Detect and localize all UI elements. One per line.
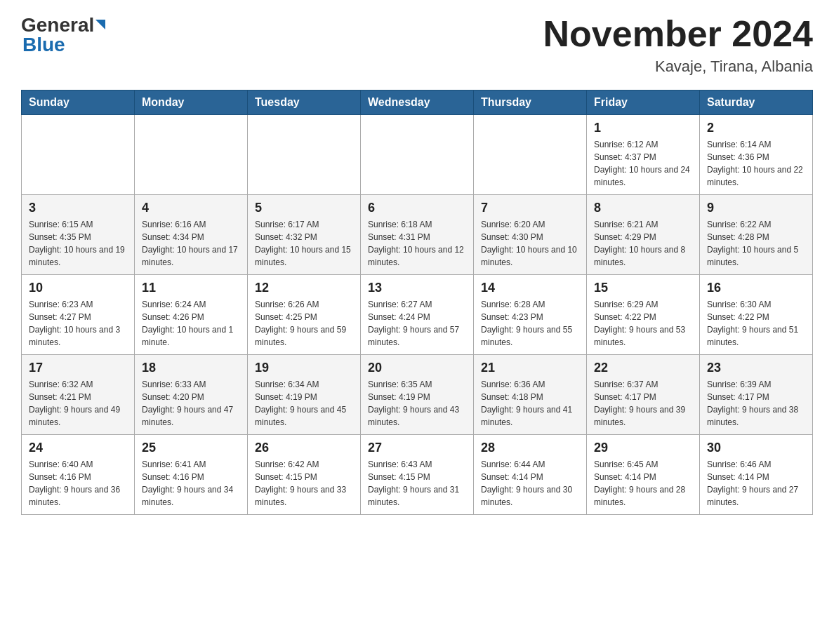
weekday-header-thursday: Thursday <box>474 90 587 115</box>
day-number: 8 <box>594 201 692 215</box>
day-info: Sunrise: 6:18 AM Sunset: 4:31 PM Dayligh… <box>368 218 466 269</box>
day-info: Sunrise: 6:34 AM Sunset: 4:19 PM Dayligh… <box>255 378 353 429</box>
calendar-cell: 15Sunrise: 6:29 AM Sunset: 4:22 PM Dayli… <box>587 275 700 355</box>
calendar-cell: 20Sunrise: 6:35 AM Sunset: 4:19 PM Dayli… <box>361 355 474 435</box>
day-number: 13 <box>368 281 466 295</box>
weekday-header-saturday: Saturday <box>700 90 813 115</box>
weekday-header-row: SundayMondayTuesdayWednesdayThursdayFrid… <box>22 90 813 115</box>
day-info: Sunrise: 6:37 AM Sunset: 4:17 PM Dayligh… <box>594 378 692 429</box>
day-info: Sunrise: 6:27 AM Sunset: 4:24 PM Dayligh… <box>368 298 466 349</box>
day-info: Sunrise: 6:12 AM Sunset: 4:37 PM Dayligh… <box>594 138 692 189</box>
page-header: General Blue November 2024 Kavaje, Tiran… <box>21 14 813 76</box>
weekday-header-wednesday: Wednesday <box>361 90 474 115</box>
weekday-header-tuesday: Tuesday <box>248 90 361 115</box>
day-info: Sunrise: 6:17 AM Sunset: 4:32 PM Dayligh… <box>255 218 353 269</box>
day-number: 29 <box>594 441 692 455</box>
calendar-row-0: 1Sunrise: 6:12 AM Sunset: 4:37 PM Daylig… <box>22 115 813 195</box>
day-info: Sunrise: 6:20 AM Sunset: 4:30 PM Dayligh… <box>481 218 579 269</box>
calendar-cell: 6Sunrise: 6:18 AM Sunset: 4:31 PM Daylig… <box>361 195 474 275</box>
day-info: Sunrise: 6:21 AM Sunset: 4:29 PM Dayligh… <box>594 218 692 269</box>
day-number: 30 <box>707 441 805 455</box>
calendar-row-2: 10Sunrise: 6:23 AM Sunset: 4:27 PM Dayli… <box>22 275 813 355</box>
logo-blue-text: Blue <box>22 34 65 56</box>
logo-arrow-icon <box>95 20 105 29</box>
day-number: 23 <box>707 361 805 375</box>
day-number: 19 <box>255 361 353 375</box>
day-info: Sunrise: 6:23 AM Sunset: 4:27 PM Dayligh… <box>29 298 127 349</box>
calendar-cell: 2Sunrise: 6:14 AM Sunset: 4:36 PM Daylig… <box>700 115 813 195</box>
day-info: Sunrise: 6:28 AM Sunset: 4:23 PM Dayligh… <box>481 298 579 349</box>
day-info: Sunrise: 6:39 AM Sunset: 4:17 PM Dayligh… <box>707 378 805 429</box>
day-number: 9 <box>707 201 805 215</box>
calendar-cell: 5Sunrise: 6:17 AM Sunset: 4:32 PM Daylig… <box>248 195 361 275</box>
calendar-cell: 18Sunrise: 6:33 AM Sunset: 4:20 PM Dayli… <box>135 355 248 435</box>
calendar-cell <box>361 115 474 195</box>
calendar-cell: 8Sunrise: 6:21 AM Sunset: 4:29 PM Daylig… <box>587 195 700 275</box>
calendar-cell: 23Sunrise: 6:39 AM Sunset: 4:17 PM Dayli… <box>700 355 813 435</box>
calendar-table: SundayMondayTuesdayWednesdayThursdayFrid… <box>21 90 813 515</box>
calendar-cell: 30Sunrise: 6:46 AM Sunset: 4:14 PM Dayli… <box>700 435 813 515</box>
day-number: 28 <box>481 441 579 455</box>
title-section: November 2024 Kavaje, Tirana, Albania <box>543 14 813 76</box>
day-number: 17 <box>29 361 127 375</box>
day-number: 27 <box>368 441 466 455</box>
day-info: Sunrise: 6:15 AM Sunset: 4:35 PM Dayligh… <box>29 218 127 269</box>
day-number: 15 <box>594 281 692 295</box>
day-info: Sunrise: 6:40 AM Sunset: 4:16 PM Dayligh… <box>29 458 127 509</box>
day-info: Sunrise: 6:41 AM Sunset: 4:16 PM Dayligh… <box>142 458 240 509</box>
day-number: 3 <box>29 201 127 215</box>
calendar-cell: 24Sunrise: 6:40 AM Sunset: 4:16 PM Dayli… <box>22 435 135 515</box>
day-number: 26 <box>255 441 353 455</box>
calendar-cell: 28Sunrise: 6:44 AM Sunset: 4:14 PM Dayli… <box>474 435 587 515</box>
month-title: November 2024 <box>543 14 813 54</box>
calendar-cell: 4Sunrise: 6:16 AM Sunset: 4:34 PM Daylig… <box>135 195 248 275</box>
calendar-cell: 27Sunrise: 6:43 AM Sunset: 4:15 PM Dayli… <box>361 435 474 515</box>
calendar-cell: 26Sunrise: 6:42 AM Sunset: 4:15 PM Dayli… <box>248 435 361 515</box>
day-info: Sunrise: 6:32 AM Sunset: 4:21 PM Dayligh… <box>29 378 127 429</box>
day-number: 25 <box>142 441 240 455</box>
calendar-cell <box>135 115 248 195</box>
calendar-cell: 12Sunrise: 6:26 AM Sunset: 4:25 PM Dayli… <box>248 275 361 355</box>
day-number: 10 <box>29 281 127 295</box>
day-number: 24 <box>29 441 127 455</box>
calendar-cell: 14Sunrise: 6:28 AM Sunset: 4:23 PM Dayli… <box>474 275 587 355</box>
day-number: 2 <box>707 121 805 135</box>
day-info: Sunrise: 6:42 AM Sunset: 4:15 PM Dayligh… <box>255 458 353 509</box>
day-info: Sunrise: 6:36 AM Sunset: 4:18 PM Dayligh… <box>481 378 579 429</box>
calendar-cell: 29Sunrise: 6:45 AM Sunset: 4:14 PM Dayli… <box>587 435 700 515</box>
calendar-row-4: 24Sunrise: 6:40 AM Sunset: 4:16 PM Dayli… <box>22 435 813 515</box>
day-number: 22 <box>594 361 692 375</box>
calendar-cell: 10Sunrise: 6:23 AM Sunset: 4:27 PM Dayli… <box>22 275 135 355</box>
weekday-header-friday: Friday <box>587 90 700 115</box>
day-number: 6 <box>368 201 466 215</box>
day-info: Sunrise: 6:30 AM Sunset: 4:22 PM Dayligh… <box>707 298 805 349</box>
calendar-cell: 21Sunrise: 6:36 AM Sunset: 4:18 PM Dayli… <box>474 355 587 435</box>
day-number: 12 <box>255 281 353 295</box>
day-number: 7 <box>481 201 579 215</box>
day-number: 1 <box>594 121 692 135</box>
calendar-cell <box>248 115 361 195</box>
calendar-cell: 13Sunrise: 6:27 AM Sunset: 4:24 PM Dayli… <box>361 275 474 355</box>
day-number: 16 <box>707 281 805 295</box>
day-number: 21 <box>481 361 579 375</box>
calendar-cell <box>22 115 135 195</box>
location-title: Kavaje, Tirana, Albania <box>543 58 813 76</box>
day-number: 4 <box>142 201 240 215</box>
logo: General Blue <box>21 14 105 56</box>
day-info: Sunrise: 6:43 AM Sunset: 4:15 PM Dayligh… <box>368 458 466 509</box>
calendar-cell: 16Sunrise: 6:30 AM Sunset: 4:22 PM Dayli… <box>700 275 813 355</box>
calendar-cell: 11Sunrise: 6:24 AM Sunset: 4:26 PM Dayli… <box>135 275 248 355</box>
calendar-cell: 19Sunrise: 6:34 AM Sunset: 4:19 PM Dayli… <box>248 355 361 435</box>
calendar-cell: 25Sunrise: 6:41 AM Sunset: 4:16 PM Dayli… <box>135 435 248 515</box>
calendar-row-3: 17Sunrise: 6:32 AM Sunset: 4:21 PM Dayli… <box>22 355 813 435</box>
calendar-cell: 3Sunrise: 6:15 AM Sunset: 4:35 PM Daylig… <box>22 195 135 275</box>
day-info: Sunrise: 6:16 AM Sunset: 4:34 PM Dayligh… <box>142 218 240 269</box>
calendar-cell: 17Sunrise: 6:32 AM Sunset: 4:21 PM Dayli… <box>22 355 135 435</box>
calendar-cell: 1Sunrise: 6:12 AM Sunset: 4:37 PM Daylig… <box>587 115 700 195</box>
calendar-cell: 22Sunrise: 6:37 AM Sunset: 4:17 PM Dayli… <box>587 355 700 435</box>
day-info: Sunrise: 6:46 AM Sunset: 4:14 PM Dayligh… <box>707 458 805 509</box>
day-info: Sunrise: 6:29 AM Sunset: 4:22 PM Dayligh… <box>594 298 692 349</box>
calendar-cell: 7Sunrise: 6:20 AM Sunset: 4:30 PM Daylig… <box>474 195 587 275</box>
weekday-header-sunday: Sunday <box>22 90 135 115</box>
day-info: Sunrise: 6:26 AM Sunset: 4:25 PM Dayligh… <box>255 298 353 349</box>
